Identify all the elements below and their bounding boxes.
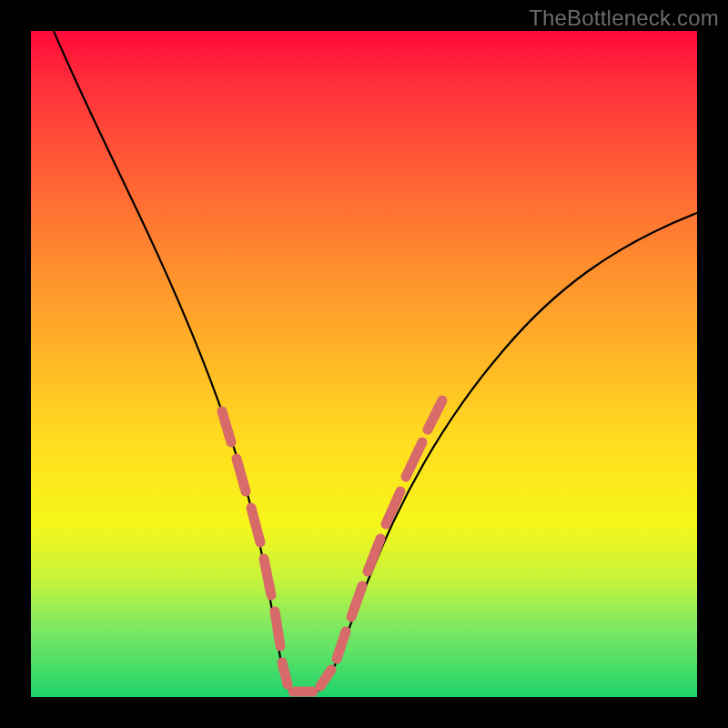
right-dash-2 [351, 586, 362, 617]
chart-frame: TheBottleneck.com [0, 0, 728, 728]
left-dash-4 [264, 559, 271, 595]
curve-svg [31, 31, 697, 697]
left-dash-1 [222, 411, 231, 442]
plot-area [31, 31, 697, 697]
valley-dash-1 [282, 662, 288, 684]
left-dash-2 [237, 459, 246, 491]
left-dash-5 [275, 612, 280, 646]
right-dash-1 [337, 632, 346, 659]
watermark-text: TheBottleneck.com [529, 5, 719, 31]
right-dash-4 [386, 491, 400, 524]
left-dash-3 [251, 508, 260, 542]
right-dash-3 [368, 539, 380, 571]
valley-dash-3 [320, 670, 331, 686]
right-dash-6 [428, 400, 442, 430]
